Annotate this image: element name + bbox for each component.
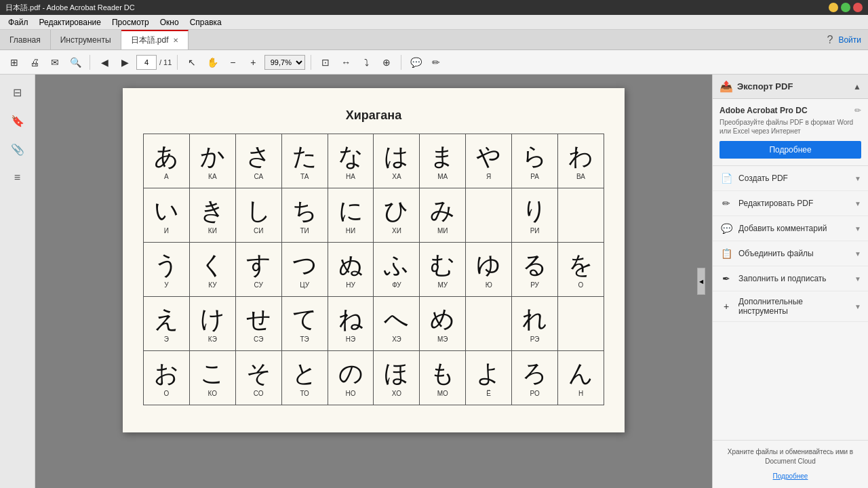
kana-romanization: МА: [422, 173, 462, 180]
tool-row-item[interactable]: 💬 Добавить комментарий ▼: [713, 216, 868, 241]
table-row: おОこКОそСОとТОのНОほХОもМОよЁろРОんН: [144, 351, 604, 405]
kana-character: ひ: [376, 196, 416, 225]
kana-cell: いИ: [144, 188, 190, 243]
kana-character: め: [422, 304, 462, 333]
next-page-button[interactable]: ▶: [116, 54, 134, 71]
right-panel-title: 📤 Экспорт PDF: [719, 80, 793, 93]
tool-section: 📄 Создать PDF ▼ ✏ Редактировать PDF ▼ 💬 …: [713, 166, 868, 322]
kana-romanization: КЭ: [193, 336, 233, 343]
kana-character: へ: [376, 304, 416, 333]
kana-cell: んН: [558, 351, 604, 405]
sidebar-attachments-button[interactable]: 📎: [5, 137, 30, 161]
tool-row-item[interactable]: 📋 Объединить файлы ▼: [713, 241, 868, 266]
zoom-select[interactable]: 99,7%: [264, 55, 305, 70]
kana-cell: おО: [144, 351, 190, 405]
menu-bar: Файл Редактирование Просмотр Окно Справк…: [0, 15, 868, 30]
zoom-in-button[interactable]: +: [244, 54, 262, 71]
search-button[interactable]: 🔍: [66, 54, 84, 71]
marquee-zoom-button[interactable]: ⊕: [378, 54, 395, 71]
bottom-promo-link[interactable]: Подробнее: [773, 472, 808, 480]
menu-view[interactable]: Просмотр: [106, 16, 155, 28]
page-number-input[interactable]: [136, 55, 157, 70]
sidebar-pages-button[interactable]: ⊟: [5, 80, 30, 104]
kana-character: ね: [331, 304, 371, 333]
kana-character: も: [422, 359, 462, 388]
tool-row-icon: 📄: [719, 171, 733, 185]
right-panel-collapse-icon[interactable]: ▲: [853, 82, 861, 92]
tab-tools[interactable]: Инструменты: [51, 30, 121, 49]
kana-character: み: [422, 196, 462, 225]
kana-character: ん: [561, 359, 601, 388]
highlight-button[interactable]: ✏: [427, 54, 445, 71]
learn-more-button[interactable]: Подробнее: [719, 141, 861, 159]
minimize-button[interactable]: [829, 3, 838, 12]
export-section: Adobe Acrobat Pro DC ✏ Преобразуйте файл…: [713, 99, 868, 166]
kana-cell: つЦУ: [281, 243, 328, 297]
kana-cell: もМО: [420, 351, 466, 405]
comment-button[interactable]: 💬: [407, 54, 425, 71]
tool-row-item[interactable]: ✏ Редактировать PDF ▼: [713, 191, 868, 216]
fit-width-button[interactable]: ↔: [337, 54, 355, 71]
acrobat-edit-icon[interactable]: ✏: [854, 106, 861, 115]
menu-help[interactable]: Справка: [184, 16, 227, 28]
sidebar-bookmarks-button[interactable]: 🔖: [5, 108, 30, 133]
kana-romanization: МЭ: [422, 336, 462, 343]
tab-close-button[interactable]: ✕: [173, 37, 178, 44]
kana-character: こ: [193, 359, 233, 388]
home-tool-button[interactable]: ⊞: [5, 54, 23, 71]
kana-romanization: КА: [193, 173, 233, 180]
prev-page-button[interactable]: ◀: [96, 54, 113, 71]
tool-row-arrow: ▼: [854, 225, 861, 232]
fit-page-button[interactable]: ⊡: [317, 54, 334, 71]
print-button[interactable]: 🖨: [26, 54, 43, 71]
select-tool-button[interactable]: ↖: [183, 54, 201, 71]
kana-character: の: [331, 359, 371, 388]
toolbar: ⊞ 🖨 ✉ 🔍 ◀ ▶ / 11 ↖ ✋ − + 99,7% ⊡ ↔ ⤵ ⊕ 💬…: [0, 50, 868, 75]
kana-character: ゆ: [469, 250, 509, 279]
sidebar-layers-button[interactable]: ≡: [5, 165, 30, 190]
table-row: えЭけКЭせСЭてТЭねНЭへХЭめМЭれРЭ: [144, 297, 604, 351]
sign-in-button[interactable]: Войти: [838, 35, 861, 45]
kana-cell: らРА: [512, 134, 558, 188]
maximize-button[interactable]: [841, 3, 850, 12]
tool-row-arrow: ▼: [854, 175, 861, 182]
table-row: あАかКАさСАたТАなНАはХАまМАやЯらРАわВА: [144, 134, 604, 188]
main-layout: ⊟ 🔖 📎 ≡ Хирагана あАかКАさСАたТАなНАはХАまМАやЯら…: [0, 75, 868, 488]
right-panel-collapse-button[interactable]: ◀: [697, 268, 705, 295]
kana-romanization: ТО: [285, 390, 325, 397]
kana-romanization: НА: [331, 173, 371, 180]
tab-tools-label: Инструменты: [60, 35, 111, 45]
kana-romanization: ХО: [376, 390, 416, 397]
kana-character: あ: [146, 142, 186, 171]
kana-cell: かКА: [189, 134, 235, 188]
menu-edit[interactable]: Редактирование: [34, 16, 106, 28]
close-button[interactable]: [853, 3, 863, 12]
kana-romanization: И: [146, 227, 186, 235]
kana-romanization: НИ: [331, 227, 371, 235]
kana-character: を: [561, 250, 601, 279]
kana-cell: [466, 188, 512, 243]
menu-file[interactable]: Файл: [3, 16, 34, 28]
tool-row-item[interactable]: 📄 Создать PDF ▼: [713, 166, 868, 191]
email-button[interactable]: ✉: [46, 54, 64, 71]
tool-row-item[interactable]: ✒ Заполнить и подписать ▼: [713, 266, 868, 291]
kana-cell: りРИ: [512, 188, 558, 243]
kana-cell: すСУ: [235, 243, 281, 297]
kana-character: お: [146, 359, 186, 388]
tab-file[interactable]: 日本語.pdf ✕: [121, 30, 189, 49]
acrobat-pro-title: Adobe Acrobat Pro DC: [719, 106, 808, 115]
kana-character: ふ: [376, 250, 416, 279]
tool-row-item[interactable]: + Дополнительные инструменты ▼: [713, 291, 868, 322]
zoom-out-button[interactable]: −: [224, 54, 241, 71]
menu-window[interactable]: Окно: [155, 16, 184, 28]
kana-romanization: ФУ: [376, 281, 416, 289]
hand-tool-button[interactable]: ✋: [203, 54, 221, 71]
tool-row-arrow: ▼: [854, 200, 861, 207]
tab-file-label: 日本語.pdf: [131, 35, 169, 46]
pdf-page: Хирагана あАかКАさСАたТАなНАはХАまМАやЯらРАわВАいИき…: [123, 88, 625, 432]
kana-character: せ: [239, 304, 279, 333]
help-icon[interactable]: ?: [827, 34, 833, 46]
tab-home[interactable]: Главная: [0, 30, 51, 49]
page-title: Хирагана: [143, 108, 604, 123]
rotate-button[interactable]: ⤵: [357, 54, 375, 71]
